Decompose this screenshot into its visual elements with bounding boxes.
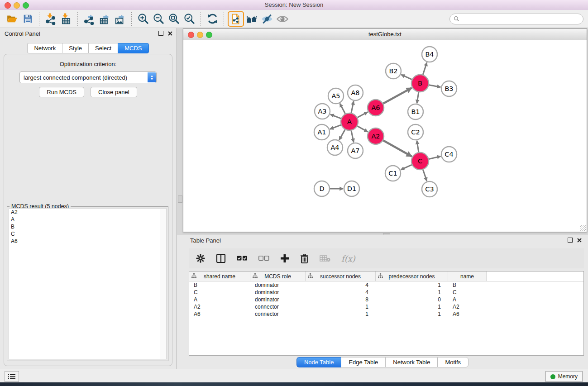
function-builder-button[interactable]: f(x) [341,254,355,263]
search-input[interactable] [462,15,579,23]
cell[interactable]: 1 [306,311,376,317]
graph-edge-A-A3[interactable] [330,114,341,119]
cell[interactable]: connector [250,304,306,310]
cell[interactable]: 4 [306,289,376,295]
graph-edge-A-A4[interactable] [339,129,345,140]
graph-node-C2[interactable]: C2 [408,124,423,140]
deselect-all-columns-button[interactable] [258,256,269,261]
export-network-button[interactable] [81,12,97,26]
graph-edge-C-C3[interactable] [423,170,426,181]
graph-edge-A-A1[interactable] [330,125,341,129]
graph-edge-C-C4[interactable] [429,156,440,159]
export-table-button[interactable] [97,12,112,26]
result-item-A6[interactable]: A6 [9,238,166,245]
refresh-view-button[interactable] [205,12,220,26]
graph-edge-B-B1[interactable] [417,92,419,103]
cell[interactable]: 4 [306,282,376,288]
mcds-result-list[interactable]: A2ABCA6 [9,208,167,359]
table-settings-button[interactable] [196,254,205,263]
graph-node-D[interactable]: D [314,181,330,196]
network-canvas[interactable]: AA1A2A3A4A5A6A7A8BB1B2B3B4CC1C2C3C4DD1 [183,40,587,232]
result-item-A2[interactable]: A2 [9,209,166,216]
column-header-successor-nodes[interactable]: successor nodes [306,272,376,281]
cell[interactable]: A2 [448,304,487,310]
graph-edge-A-A2[interactable] [358,126,368,132]
column-header-predecessor-nodes[interactable]: predecessor nodes [376,272,448,281]
cell[interactable]: dominator [250,289,306,295]
column-header-MCDS-role[interactable]: MCDS role [250,272,306,281]
graph-edge-A-A7[interactable] [351,131,354,143]
graph-node-A6[interactable]: A6 [368,100,384,116]
result-item-C[interactable]: C [9,230,166,238]
close-panel-icon[interactable] [168,31,172,36]
cell[interactable]: C [448,289,487,295]
tab-style[interactable]: Style [62,43,88,53]
toolbar-search[interactable] [449,14,583,24]
graph-edge-B-B2[interactable] [401,75,412,80]
show-panel-list-button[interactable] [5,371,19,382]
tab-motifs[interactable]: Motifs [437,357,468,367]
column-header-name[interactable]: name [448,272,487,281]
graph-node-D1[interactable]: D1 [344,181,359,196]
graph-node-B2[interactable]: B2 [386,63,401,79]
tab-mcds[interactable]: MCDS [118,43,148,53]
cell[interactable]: 1 [376,311,448,317]
graph-edge-A-A8[interactable] [351,101,354,113]
tab-node-table[interactable]: Node Table [296,357,341,367]
add-column-button[interactable] [280,254,289,263]
result-list-scrollbar[interactable] [160,209,166,359]
tab-edge-table[interactable]: Edge Table [341,357,385,367]
cell[interactable]: dominator [250,282,306,288]
zoom-fit-button[interactable] [166,12,182,26]
import-table-button[interactable] [58,12,74,26]
cell[interactable]: A6 [448,311,487,317]
graph-node-C4[interactable]: C4 [441,147,457,162]
hide-details-button[interactable] [259,12,275,26]
cell[interactable]: A2 [189,304,250,310]
show-details-button[interactable] [275,12,290,26]
zoom-in-button[interactable] [135,12,151,26]
cell[interactable]: 1 [376,282,448,288]
graph-edge-A-A5[interactable] [340,104,345,114]
graph-node-A8[interactable]: A8 [348,85,363,100]
cell[interactable]: A [189,296,250,303]
graph-node-A7[interactable]: A7 [348,143,363,158]
delete-column-button[interactable] [300,254,309,263]
save-session-button[interactable] [20,12,35,26]
network-from-document-button[interactable] [228,11,244,27]
cell[interactable]: connector [250,311,306,317]
cell[interactable]: dominator [250,296,306,303]
table-row-B[interactable]: Bdominator41B [189,281,583,289]
window-resize-grip[interactable] [580,225,586,231]
graph-node-A[interactable]: A [341,113,358,130]
split-columns-button[interactable] [216,253,226,263]
graph-node-A3[interactable]: A3 [315,104,330,119]
criterion-select[interactable]: largest connected component (directed) ▲… [19,71,157,83]
graph-node-B[interactable]: B [411,75,429,92]
graph-edge-B-B3[interactable] [429,85,441,87]
graph-node-A4[interactable]: A4 [327,140,343,155]
close-panel-button[interactable]: Close panel [91,87,137,97]
node-table[interactable]: shared nameMCDS rolesuccessor nodesprede… [189,271,584,356]
zoom-out-button[interactable] [151,12,166,26]
import-network-button[interactable] [43,12,58,26]
tab-network-table[interactable]: Network Table [385,357,437,367]
network-window-titlebar[interactable]: testGlobe.txt [183,29,587,41]
graph-node-A1[interactable]: A1 [314,124,330,140]
graph-node-C1[interactable]: C1 [385,166,401,181]
table-row-A6[interactable]: A6connector11A6 [189,310,583,318]
cell[interactable]: 1 [376,304,448,310]
open-session-button[interactable] [5,12,20,26]
cell[interactable]: B [448,282,487,288]
graph-node-B1[interactable]: B1 [408,104,423,119]
panel-divider-grip[interactable] [178,195,182,203]
cell[interactable]: C [189,289,250,295]
graph-edge-A6-B[interactable] [383,88,412,104]
graph-node-C3[interactable]: C3 [422,181,437,197]
table-row-A[interactable]: Adominator80A [189,296,583,303]
table-row-C[interactable]: Cdominator41C [189,289,583,296]
cell[interactable]: 8 [306,296,376,303]
cell[interactable]: B [189,282,250,288]
export-image-button[interactable] [112,12,128,26]
cell[interactable]: 0 [376,296,448,303]
